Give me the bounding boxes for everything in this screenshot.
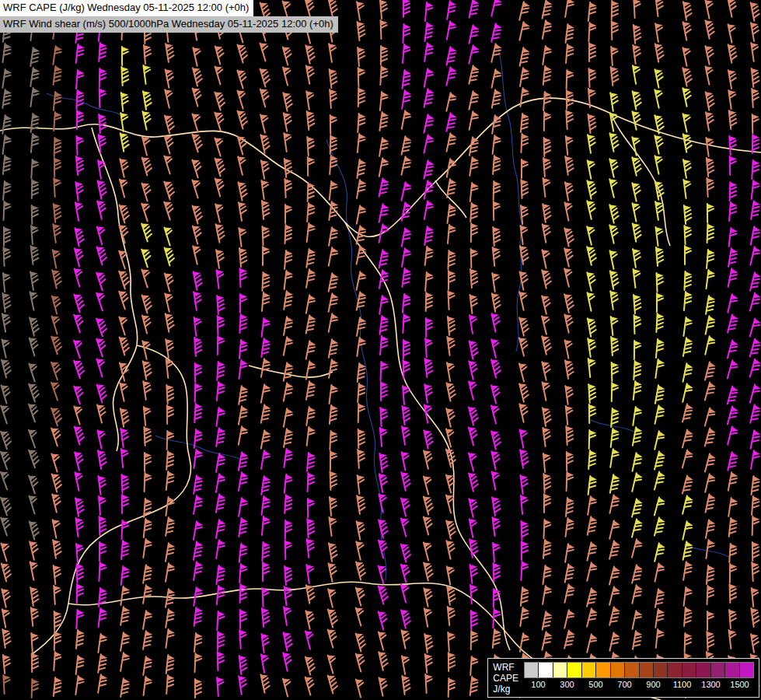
map-title-windshear: WRF Wind shear (m/s) 500/1000hPa Wednesd…	[0, 16, 338, 33]
legend-tick-label: 300	[560, 680, 574, 690]
legend-colorbar	[524, 662, 754, 678]
legend-color-segment	[553, 663, 567, 677]
map-title-cape: WRF CAPE (J/kg) Wednesday 05-11-2025 12:…	[0, 0, 253, 16]
legend-tick-label: 1100	[673, 680, 692, 690]
legend-color-segment	[711, 663, 725, 677]
legend-label-unit: J/kg	[493, 684, 518, 695]
weather-map-canvas	[0, 0, 761, 700]
legend-color-segment	[625, 663, 639, 677]
legend-color-segment	[725, 663, 739, 677]
legend-tick-label: 700	[617, 680, 631, 690]
legend-color-segment	[596, 663, 610, 677]
legend-tick-label: 500	[588, 680, 602, 690]
legend-color-segment	[682, 663, 696, 677]
legend-tick-label: 1300	[701, 680, 720, 690]
legend-color-segment	[611, 663, 625, 677]
legend-color-segment	[668, 663, 682, 677]
legend-color-segment	[740, 663, 753, 677]
legend-color-segment	[640, 663, 654, 677]
legend-color-segment	[539, 663, 553, 677]
legend-tick-row: 100300500700900110013001500	[524, 680, 754, 691]
legend-color-segment	[567, 663, 581, 677]
legend-color-segment	[654, 663, 668, 677]
legend-scale: 100300500700900110013001500	[524, 662, 754, 695]
legend-tick-label: 900	[646, 680, 660, 690]
legend-color-segment	[582, 663, 596, 677]
legend-tick-label: 100	[531, 680, 545, 690]
legend-label-parameter: CAPE	[493, 673, 518, 684]
legend-tick-label: 1500	[730, 680, 749, 690]
legend-color-segment	[525, 663, 539, 677]
legend-color-segment	[696, 663, 710, 677]
legend: WRF CAPE J/kg 10030050070090011001300150…	[487, 658, 759, 698]
legend-label-model: WRF	[493, 662, 518, 673]
wrf-weather-map: WRF CAPE (J/kg) Wednesday 05-11-2025 12:…	[0, 0, 761, 700]
legend-label: WRF CAPE J/kg	[493, 662, 518, 695]
